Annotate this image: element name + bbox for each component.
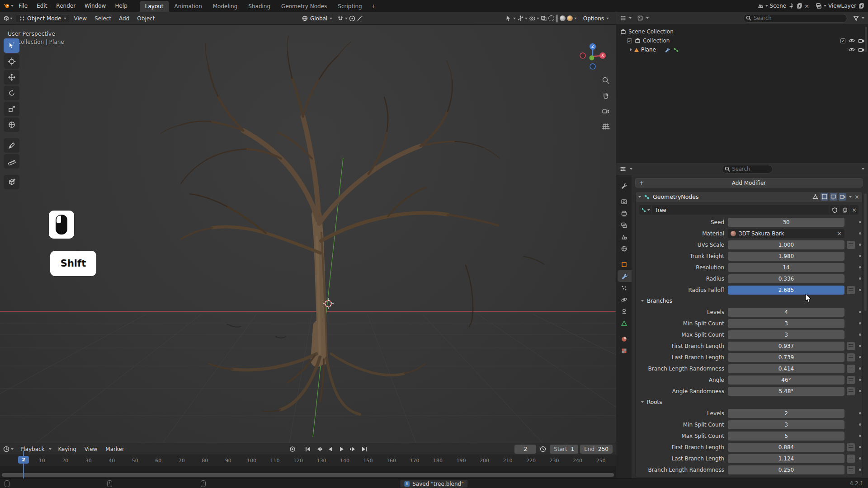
animate-property-dot[interactable] [859, 244, 861, 246]
editor-type-chevron-icon[interactable] [10, 18, 13, 19]
outliner-row-collection[interactable]: ✓ Collection ✓ [616, 36, 868, 45]
tab-scene[interactable] [616, 231, 632, 243]
animate-property-dot[interactable] [859, 322, 861, 324]
property-value-field[interactable]: 4 [728, 308, 844, 317]
animate-property-dot[interactable] [859, 469, 861, 471]
display-mode-icon[interactable] [637, 15, 643, 21]
input-attribute-toggle-icon[interactable] [847, 365, 855, 373]
modifier-expand-chevron-icon[interactable] [638, 196, 641, 198]
transform-orientation-dropdown[interactable]: Global [298, 14, 336, 23]
outliner-editor-icon[interactable] [620, 15, 626, 21]
material-name[interactable]: 3DT Sakura Bark [739, 230, 834, 237]
shading-material-icon[interactable] [560, 15, 566, 21]
navigation-gizmo[interactable]: Z X [578, 42, 607, 71]
timeline-editor-chevron-icon[interactable] [11, 448, 14, 450]
tool-annotate[interactable] [4, 138, 19, 153]
select-visibility-icon[interactable] [505, 15, 512, 22]
collection-exclude-checkbox[interactable]: ✓ [840, 38, 845, 43]
animate-property-dot[interactable] [859, 446, 861, 448]
plane-label[interactable]: Plane [641, 47, 656, 53]
animate-property-dot[interactable] [859, 255, 861, 257]
tool-rotate[interactable] [4, 86, 19, 100]
jump-to-end-button[interactable] [359, 444, 370, 454]
property-value-field[interactable]: 3 [728, 330, 844, 339]
menu-playback[interactable]: Playback [16, 443, 49, 455]
viewport-3d[interactable]: User Perspective (2) Collection | Plane [0, 25, 616, 443]
tool-scale[interactable] [4, 102, 19, 116]
tab-texture[interactable] [616, 345, 632, 357]
scene-collection-label[interactable]: Scene Collection [628, 28, 674, 35]
view-layer-chevron-icon[interactable] [824, 5, 826, 7]
shading-chevron-icon[interactable] [574, 18, 577, 19]
outliner-editor-chevron-icon[interactable] [629, 17, 632, 19]
playhead-line[interactable] [23, 450, 24, 479]
property-value-field[interactable]: 5.48° [728, 387, 844, 396]
menu-view[interactable]: View [71, 13, 90, 24]
property-value-field[interactable]: 30 [728, 218, 844, 227]
play-reverse-button[interactable] [325, 444, 336, 454]
geometry-nodes-icon[interactable] [673, 47, 679, 53]
next-keyframe-button[interactable] [347, 444, 359, 454]
current-frame-field[interactable]: 2 [514, 445, 536, 454]
shading-wireframe-icon[interactable] [548, 15, 554, 21]
gizmo-chevron-icon[interactable] [525, 18, 528, 19]
add-workspace-button[interactable]: + [368, 1, 379, 12]
view-layer-selector[interactable]: ViewLayer [816, 3, 864, 9]
animate-property-dot[interactable] [859, 390, 861, 392]
timeline-scrollbar[interactable] [2, 473, 614, 477]
branches-section-header[interactable]: Branches [636, 296, 862, 306]
app-menu-chevron-icon[interactable] [11, 5, 14, 7]
overlays-chevron-icon[interactable] [537, 18, 539, 19]
hide-eye-icon[interactable] [849, 38, 855, 44]
property-value-field[interactable]: 46° [728, 375, 844, 385]
editor-type-icon[interactable] [3, 15, 9, 22]
tool-measure[interactable] [4, 154, 19, 169]
property-value-field[interactable]: 0.414 [728, 364, 844, 373]
collection-label[interactable]: Collection [643, 38, 670, 44]
menu-help[interactable]: Help [111, 0, 131, 12]
input-attribute-toggle-icon[interactable] [847, 376, 855, 384]
animate-property-dot[interactable] [859, 356, 861, 358]
property-value-field[interactable]: 1.000 [728, 240, 844, 249]
disable-render-camera-icon[interactable] [858, 38, 864, 44]
modifier-wrench-icon[interactable] [665, 47, 671, 53]
workspace-tab-modeling[interactable]: Modeling [208, 1, 243, 12]
collection-checkbox[interactable]: ✓ [627, 38, 632, 43]
playhead-frame-badge[interactable]: 2 [18, 456, 29, 464]
filter-icon[interactable] [853, 15, 859, 21]
animate-property-dot[interactable] [859, 221, 861, 223]
use-preview-range-icon[interactable] [540, 446, 546, 452]
animate-property-dot[interactable] [859, 457, 861, 460]
tool-move[interactable] [4, 70, 19, 84]
end-frame-field[interactable]: End 250 [580, 445, 613, 454]
properties-options-chevron-icon[interactable] [862, 168, 864, 170]
add-modifier-button[interactable]: + Add Modifier [635, 178, 863, 188]
animate-property-dot[interactable] [859, 379, 861, 381]
outliner-row-scene-collection[interactable]: Scene Collection [616, 27, 868, 36]
new-scene-icon[interactable] [796, 3, 802, 9]
input-attribute-toggle-icon[interactable] [847, 342, 855, 350]
tree-object[interactable] [0, 25, 616, 443]
tab-material[interactable] [616, 333, 632, 345]
properties-editor-icon[interactable] [620, 166, 626, 172]
plane-hide-eye-icon[interactable] [849, 47, 855, 53]
pin-icon[interactable] [788, 3, 794, 9]
property-value-field[interactable]: 2.685 [728, 286, 844, 295]
tab-tool[interactable] [616, 180, 632, 192]
animate-property-dot[interactable] [859, 266, 861, 268]
tab-object-data[interactable] [616, 317, 632, 329]
menu-marker[interactable]: Marker [101, 443, 128, 455]
input-attribute-toggle-icon[interactable] [847, 353, 855, 361]
new-view-layer-icon[interactable] [858, 3, 864, 9]
roots-section-header[interactable]: Roots [636, 397, 862, 408]
fake-user-shield-icon[interactable] [830, 205, 840, 215]
browse-node-group-button[interactable] [639, 205, 651, 215]
duplicate-node-group-icon[interactable] [840, 205, 849, 215]
node-group-name-field[interactable]: Tree [652, 205, 830, 215]
animate-property-dot[interactable] [859, 367, 861, 370]
tab-particles[interactable] [616, 282, 632, 294]
delete-scene-icon[interactable]: × [804, 3, 809, 9]
proportional-editing-icon[interactable] [349, 15, 355, 22]
property-value-field[interactable]: 0.336 [728, 274, 844, 283]
snap-magnet-icon[interactable] [337, 15, 344, 22]
